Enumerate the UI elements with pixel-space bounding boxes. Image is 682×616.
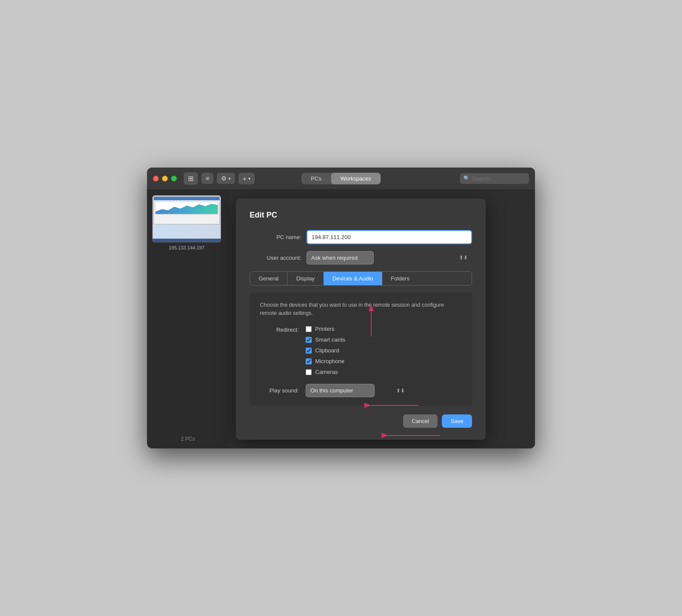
save-button[interactable]: Save [442,414,472,428]
list-icon: ≡ [206,175,209,182]
maximize-button[interactable] [171,176,177,181]
content-area: Edit PC PC name: User account: Ask when [229,190,535,449]
pc-name-label: PC name: [250,234,301,240]
user-account-label: User account: [250,255,301,261]
user-account-row: User account: Ask when required Add User… [250,251,472,264]
mini-taskbar [153,239,221,242]
cancel-button[interactable]: Cancel [403,414,438,428]
tab-description: Choose the devices that you want to use … [260,301,462,317]
user-account-select[interactable]: Ask when required Add User Account... [307,251,374,264]
clipboard-label: Clipboard [315,347,339,354]
smartcards-checkbox[interactable] [306,337,312,343]
mini-desktop-preview [153,196,221,242]
inner-tab-group: General Display Devices & Audio Folders [250,271,472,286]
close-button[interactable] [153,176,159,181]
edit-pc-dialog: Edit PC PC name: User account: Ask when [236,199,486,440]
play-sound-select[interactable]: On this computer On remote computer Neve… [306,384,375,397]
tab-display[interactable]: Display [288,272,324,285]
pcs-tab[interactable]: PCs [301,173,331,184]
checkbox-clipboard: Clipboard [306,347,345,354]
clipboard-checkbox[interactable] [306,348,312,354]
microphone-label: Microphone [315,358,344,364]
checkbox-list: Printers Smart cards Clipboard [306,326,345,375]
printers-checkbox[interactable] [306,326,312,332]
settings-dropdown-arrow: ▾ [228,176,231,181]
dialog-footer: Cancel Save [250,414,472,428]
sidebar: 195.133.144.197 2 PCs [147,190,229,449]
window-controls [153,176,177,181]
tab-general[interactable]: General [250,272,288,285]
tab-devices-audio[interactable]: Devices & Audio [324,272,382,285]
printers-label: Printers [315,326,335,332]
pc-name-row: PC name: [250,230,472,244]
minimize-button[interactable] [162,176,168,181]
pc-count-label: 2 PCs [181,436,195,442]
title-bar: ⊞ ≡ ⚙ ▾ + ▾ PCs Workspaces 🔍 [147,168,535,190]
pc-thumbnail[interactable] [152,195,221,243]
pc-thumbnail-label: 195.133.144.197 [152,245,221,250]
pc-name-input[interactable] [307,230,472,244]
dialog-wrapper: Edit PC PC name: User account: Ask when [229,190,535,449]
microphone-checkbox[interactable] [306,358,312,364]
plus-icon: + [243,175,247,182]
grid-view-button[interactable]: ⊞ [184,172,198,185]
smartcards-label: Smart cards [315,336,345,343]
list-view-button[interactable]: ≡ [201,173,213,184]
checkbox-microphone: Microphone [306,358,345,364]
cameras-checkbox[interactable] [306,369,312,375]
gear-icon: ⚙ [221,175,227,182]
play-sound-label: Play sound: [260,387,299,394]
add-button[interactable]: + ▾ [238,173,255,184]
user-account-select-wrapper: Ask when required Add User Account... ⬆⬇ [307,251,472,264]
select-arrows-icon: ⬆⬇ [459,255,468,261]
play-sound-select-wrapper: On this computer On remote computer Neve… [306,384,409,397]
settings-button[interactable]: ⚙ ▾ [217,173,235,184]
checkbox-printers: Printers [306,326,345,332]
search-icon: 🔍 [463,175,470,181]
tab-panel: Choose the devices that you want to use … [250,292,472,406]
add-dropdown-arrow: ▾ [248,176,250,181]
play-sound-arrows-icon: ⬆⬇ [396,388,405,394]
cameras-label: Cameras [315,369,338,375]
tab-folders[interactable]: Folders [382,272,418,285]
redirect-section: Redirect: Printers Smart cards [260,326,462,375]
dialog-title: Edit PC [250,211,472,220]
search-input[interactable] [460,173,529,184]
play-sound-row: Play sound: On this computer On remote c… [260,384,462,397]
redirect-label: Redirect: [260,326,299,333]
mini-window [153,196,220,224]
checkbox-smartcards: Smart cards [306,336,345,343]
workspaces-tab[interactable]: Workspaces [331,173,381,184]
grid-icon: ⊞ [188,174,194,183]
main-area: 195.133.144.197 2 PCs Edit PC PC name: [147,190,535,449]
checkbox-cameras: Cameras [306,369,345,375]
